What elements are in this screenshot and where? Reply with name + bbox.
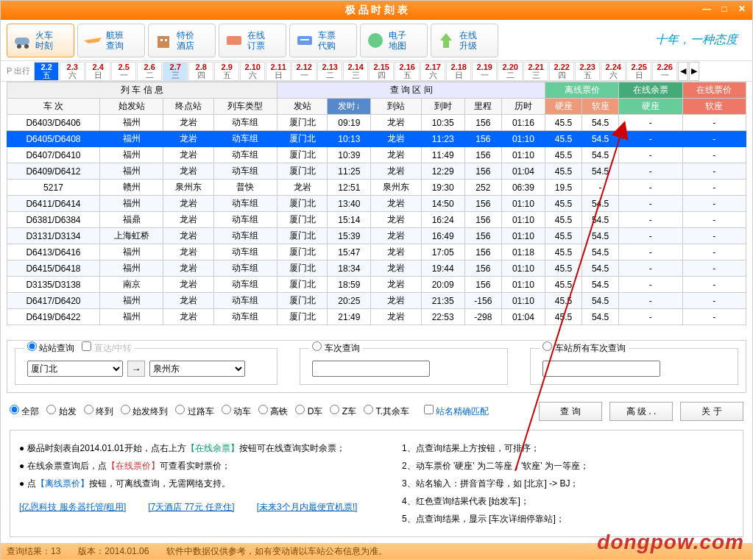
svg-point-9	[368, 33, 383, 48]
agent-icon	[294, 30, 315, 51]
tool-flight-query[interactable]: 航班查询	[77, 24, 145, 57]
date-cell[interactable]: 2.26一	[652, 62, 677, 81]
table-row[interactable]: D6417/D6420福州龙岩动车组厦门北20:25龙岩21:35-15601:…	[7, 293, 746, 309]
filter-3[interactable]: 始发终到	[121, 406, 168, 417]
check-exact-match[interactable]: 站名精确匹配	[424, 405, 489, 418]
tool-online-booking[interactable]: 在线订票	[219, 24, 286, 57]
date-cell[interactable]: 2.22四	[549, 62, 574, 81]
train-no-input[interactable]	[312, 361, 430, 377]
date-cell[interactable]: 2.25日	[626, 62, 651, 81]
tool-emap[interactable]: 电子地图	[360, 24, 428, 57]
tool-hotel-deals[interactable]: 特价酒店	[148, 24, 216, 57]
from-station-select[interactable]: 厦门北	[27, 361, 123, 377]
close-icon[interactable]: ✕	[735, 2, 749, 15]
date-cell[interactable]: 2.4日	[85, 62, 110, 81]
date-next-button[interactable]: ▶	[689, 62, 699, 81]
query-button[interactable]: 查 询	[539, 402, 602, 421]
col-header[interactable]: 软座	[682, 99, 746, 115]
group-train-info: 列 车 信 息	[7, 82, 277, 99]
filter-0[interactable]: 全部	[10, 406, 39, 417]
table-row[interactable]: 5217赣州泉州东普快龙岩12:51泉州东19:3025206:3919.5--…	[7, 180, 746, 196]
date-cell[interactable]: 2.24六	[601, 62, 626, 81]
col-header[interactable]: 发站	[277, 99, 328, 115]
col-header[interactable]: 始发站	[99, 99, 163, 115]
col-header[interactable]: 车 次	[7, 99, 100, 115]
tool-ticket-agent[interactable]: 车票代购	[289, 24, 357, 57]
link-idc[interactable]: [亿恩科技 服务器托管/租用]	[19, 498, 126, 516]
minimize-icon[interactable]: —	[699, 2, 714, 15]
date-cell[interactable]: 2.15四	[369, 62, 394, 81]
table-row[interactable]: D6415/D6418福州龙岩动车组厦门北18:34龙岩19:4415601:1…	[7, 260, 746, 277]
date-cell[interactable]: 2.9五	[214, 62, 239, 81]
about-button[interactable]: 关 于	[680, 402, 743, 421]
date-cell[interactable]: 2.12一	[291, 62, 317, 81]
advanced-button[interactable]: 高 级 . .	[609, 402, 673, 421]
col-header[interactable]: 发时↓	[328, 99, 371, 115]
col-header[interactable]: 到站	[371, 99, 421, 115]
table-row[interactable]: D6407/D6410福州龙岩动车组厦门北10:39龙岩11:4915601:1…	[7, 147, 746, 163]
table-row[interactable]: D6409/D6412福州龙岩动车组厦门北11:25龙岩12:2915601:0…	[7, 163, 746, 180]
filter-5[interactable]: 动车	[222, 406, 251, 417]
date-cell[interactable]: 2.3六	[60, 62, 85, 81]
maximize-icon[interactable]: □	[717, 2, 732, 15]
table-row[interactable]: D6405/D6408福州龙岩动车组厦门北10:13龙岩11:2315601:1…	[7, 131, 746, 147]
date-cell[interactable]: 2.11日	[266, 62, 291, 81]
date-cell[interactable]: 2.5一	[111, 62, 136, 81]
table-row[interactable]: D3131/D3134上海虹桥龙岩动车组厦门北15:39龙岩16:4915601…	[7, 228, 746, 244]
filter-7[interactable]: D车	[295, 406, 322, 417]
table-row[interactable]: D6411/D6414福州龙岩动车组厦门北13:40龙岩14:5015601:1…	[7, 196, 746, 212]
filter-1[interactable]: 始发	[46, 406, 76, 417]
date-cell[interactable]: 2.21三	[523, 62, 548, 81]
swap-stations-button[interactable]: →	[127, 361, 145, 377]
table-row[interactable]: D6403/D6406福州龙岩动车组厦门北09:19龙岩10:3515601:1…	[7, 115, 746, 131]
link-flight[interactable]: [未来3个月内最便宜机票!]	[257, 498, 358, 516]
filter-2[interactable]: 终到	[84, 406, 113, 417]
table-row[interactable]: D6419/D6422福州龙岩动车组厦门北21:49龙岩22:53-29801:…	[7, 309, 746, 325]
date-cell[interactable]: 2.2五	[34, 62, 59, 81]
col-header[interactable]: 到时	[421, 99, 464, 115]
query-panel: 站站查询 直达/中转 厦门北 → 泉州东 车次查询 车站所有车次查询	[7, 340, 746, 393]
svg-rect-3	[158, 36, 169, 48]
col-header[interactable]: 软座	[582, 99, 619, 115]
date-cell[interactable]: 2.20二	[498, 62, 523, 81]
filter-8[interactable]: Z车	[330, 406, 356, 417]
table-row[interactable]: D3135/D3138南京龙岩动车组厦门北18:59龙岩20:0915601:1…	[7, 277, 746, 293]
to-station-select[interactable]: 泉州东	[149, 361, 245, 377]
date-cell[interactable]: 2.6二	[137, 62, 162, 81]
date-cell[interactable]: 2.16五	[395, 62, 420, 81]
date-cell[interactable]: 2.7三	[163, 62, 188, 81]
date-cell[interactable]: 2.8四	[188, 62, 213, 81]
tool-online-upgrade[interactable]: 在线升级	[431, 24, 498, 57]
check-transfer[interactable]: 直达/中转	[82, 343, 132, 353]
date-cell[interactable]: 2.13二	[317, 62, 342, 81]
col-header[interactable]: 列车类型	[213, 99, 277, 115]
col-header[interactable]: 历时	[501, 99, 545, 115]
radio-train-query[interactable]: 车次查询	[312, 343, 359, 353]
date-cell[interactable]: 2.14三	[343, 62, 368, 81]
tool-train-schedule[interactable]: 火车时刻	[7, 24, 74, 57]
group-offline-price[interactable]: 离线票价	[545, 82, 619, 99]
table-row[interactable]: D6413/D6416福州龙岩动车组厦门北15:47龙岩17:0515601:1…	[7, 244, 746, 260]
col-header[interactable]: 终点站	[163, 99, 213, 115]
date-cell[interactable]: 2.18日	[446, 62, 471, 81]
col-header[interactable]: 硬座	[619, 99, 682, 115]
date-cell[interactable]: 2.23五	[575, 62, 600, 81]
radio-station-all-query[interactable]: 车站所有车次查询	[542, 343, 625, 353]
table-row[interactable]: D6381/D6384福鼎龙岩动车组厦门北15:14龙岩16:2415601:1…	[7, 212, 746, 228]
filter-9[interactable]: T.其余车	[364, 406, 409, 417]
ticket-icon	[224, 30, 244, 51]
date-prev-button[interactable]: ◀	[678, 62, 688, 81]
col-header[interactable]: 里程	[464, 99, 501, 115]
group-online-ticket[interactable]: 在线余票	[619, 82, 682, 99]
link-hotel[interactable]: [7天酒店 77元 任意住]	[148, 498, 234, 516]
date-cell[interactable]: 2.10六	[240, 62, 265, 81]
group-online-price[interactable]: 在线票价	[682, 82, 746, 99]
date-cell[interactable]: 2.19一	[472, 62, 497, 81]
station-all-input[interactable]	[542, 361, 660, 377]
date-cell[interactable]: 2.17六	[420, 62, 445, 81]
radio-station-query[interactable]: 站站查询	[27, 343, 74, 353]
filter-4[interactable]: 过路车	[175, 406, 213, 417]
col-header[interactable]: 硬座	[545, 99, 582, 115]
status-result-count: 查询结果：13	[7, 545, 60, 558]
filter-6[interactable]: 高铁	[258, 406, 288, 417]
